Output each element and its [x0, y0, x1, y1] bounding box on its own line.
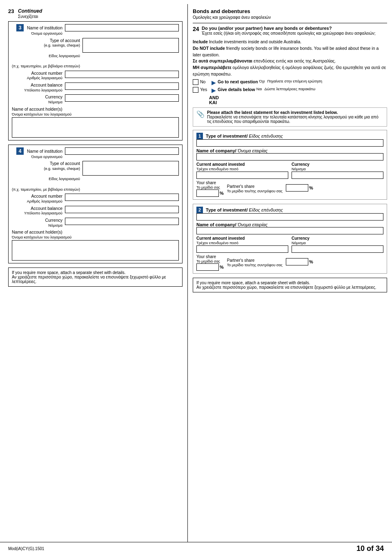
inst4-acctnum-gr: Αριθμός λογαριασμού: [12, 199, 62, 204]
inst4-currency-en: Currency: [45, 218, 62, 223]
inst4-acctnum-row: Account number Αριθμός λογαριασμού: [12, 194, 179, 204]
invest1-yourshare-input[interactable]: [196, 189, 219, 197]
left-more-space-box: If you require more space, attach a sepa…: [8, 267, 183, 287]
invest2-share-row: Your share Το μερίδιό σας % Partner's sh…: [196, 254, 383, 271]
invest2-partnershare-input[interactable]: [286, 258, 308, 265]
inst4-name-gr: Όνομα οργανισμού: [12, 155, 62, 160]
invest2-yourshare-label: Your share Το μερίδιό σας: [196, 254, 224, 263]
yes-checkbox[interactable]: [193, 87, 198, 93]
inst3-holder-gr: Όνομα κατόχου/ων του λογαριασμού: [12, 112, 71, 116]
invest1-company-input[interactable]: [196, 153, 383, 160]
invest1-amount-input[interactable]: [196, 172, 288, 179]
invest2-currency-label: Currency Νόμισμα: [292, 236, 383, 245]
include3: Σε αυτά συμπεριλαμβάνονται επενδύσεις εν…: [193, 58, 387, 65]
left-column: 23 Continued Συνεχίζεται 3 Name of insti…: [0, 4, 188, 542]
inst3-type-input[interactable]: [82, 38, 179, 53]
inst4-holder-input[interactable]: [12, 240, 179, 261]
inst4-name-input[interactable]: [65, 147, 179, 155]
q24-text-en: Do you (and/or your partner) have any bo…: [202, 26, 332, 31]
inst4-acctbal-input[interactable]: [65, 206, 179, 213]
inst3-holder-label: Name of account holder(s) Όνομα κατόχου/…: [12, 107, 179, 116]
invest2-amount-col: Current amount invested Τρέχον επενδυμέν…: [196, 236, 288, 253]
inst4-type-input[interactable]: [82, 161, 179, 176]
inst3-acctnum-en: Account number: [31, 71, 62, 76]
yes-give-gr: Δώστε λεπτομέρειες παρακάτω: [265, 87, 316, 91]
invest1-partnershare-label-block: Partner's share Το μερίδιο του/της συντρ…: [227, 184, 283, 193]
section-23-title-en: Continued: [18, 8, 42, 14]
inst4-acctnum-label: Account number Αριθμός λογαριασμού: [12, 194, 65, 204]
section-23-number: 23: [8, 8, 16, 14]
investment-2-section: 2 Type of investment/ Είδος επένδυσης Na…: [193, 204, 387, 274]
and-en: AND: [209, 95, 219, 100]
inst4-currency-input[interactable]: [65, 218, 179, 225]
invest1-company-label-en: Name of company/: [196, 148, 236, 153]
inst4-acctnum-en: Account number: [31, 194, 62, 198]
inst4-type-gr2: Είδος λογαριασμού: [12, 177, 80, 182]
right-more-space-en: If you require more space, attach a sepa…: [196, 281, 310, 285]
inst4-type-en: Type of account: [50, 161, 80, 166]
main-content: 23 Continued Συνεχίζεται 3 Name of insti…: [0, 0, 392, 542]
no-label-gr: Όχι: [259, 79, 265, 83]
inst3-acctnum-label: Account number Αριθμός λογαριασμού: [12, 71, 65, 81]
answer-yes-row: Yes ▶ Give details below Ναι Δώστε λεπτο…: [193, 87, 387, 94]
invest2-currency-input[interactable]: [292, 245, 383, 253]
invest1-amount-label: Current amount invested Τρέχον επενδυμέν…: [196, 162, 288, 171]
inst3-acctbal-input[interactable]: [65, 82, 179, 90]
inst3-name-row: 3 Name of institution Όνομα οργανισμού: [12, 24, 179, 36]
section-23-title-gr: Συνεχίζεται: [18, 14, 38, 19]
invest1-partnershare-input[interactable]: [286, 184, 308, 192]
invest2-amount-input[interactable]: [196, 245, 288, 253]
invest2-partnershare-input-wrap: %: [286, 258, 313, 265]
invest2-badge: 2: [196, 207, 203, 213]
invest2-type-input[interactable]: [196, 213, 383, 221]
note-text-en: Please attach the latest statement for e…: [207, 110, 338, 115]
invest2-amount-currency-row: Current amount invested Τρέχον επενδυμέν…: [196, 236, 383, 253]
investment-1-section: 1 Type of investment/ Είδος επένδυσης Na…: [193, 130, 387, 200]
inst3-type-gr1: (e.g. savings, cheque): [12, 43, 80, 48]
invest1-company-label-gr: Όνομα εταιρίας: [238, 148, 268, 153]
invest1-yourshare-block: Your share Το μερίδιό σας %: [196, 181, 224, 197]
inst4-currency-gr: Νόμισμα: [12, 223, 62, 228]
inst4-acctnum-input[interactable]: [65, 194, 179, 201]
left-more-space-gr: Αν χρειάζεστε περισσότερο χώρο, παρακαλε…: [12, 275, 166, 284]
footer-mod: Mod(iA)CY(G).1501: [8, 546, 44, 551]
invest2-company-label-gr: Όνομα εταιρίας: [238, 222, 268, 227]
invest2-yourshare-input[interactable]: [196, 263, 219, 271]
invest1-type-header: 1 Type of investment/ Είδος επένδυσης: [196, 133, 383, 139]
q24-text-block: Do you (and/or your partner) have any bo…: [202, 26, 376, 36]
invest1-amount-en: Current amount invested: [196, 162, 245, 167]
inst3-type-label: Type of account (e.g. savings, cheque) Ε…: [12, 38, 82, 69]
invest1-type-input[interactable]: [196, 139, 383, 147]
invest2-partnershare-row: Partner's share Το μερίδιο του/της συντρ…: [227, 258, 383, 267]
include3-bold: Σε αυτά συμπεριλαμβάνονται: [193, 58, 252, 63]
no-label-en: No: [200, 79, 210, 84]
inst3-holder-input[interactable]: [12, 117, 179, 138]
section-23-header: 23 Continued Συνεχίζεται: [8, 8, 183, 19]
invest1-currency-input[interactable]: [292, 172, 383, 179]
invest1-currency-gr: Νόμισμα: [292, 167, 306, 171]
right-more-space-box: If you require more space, attach a sepa…: [193, 278, 387, 292]
section-23-title: Continued Συνεχίζεται: [18, 8, 42, 19]
inst3-currency-input[interactable]: [65, 94, 179, 102]
q24-number: 24: [193, 26, 202, 32]
inst3-type-gr2: Είδος λογαριασμού: [12, 54, 80, 59]
inst4-holder-label: Name of account holder(s) Όνομα κατόχου/…: [12, 230, 179, 239]
invest1-partnershare-block: Partner's share Το μερίδιο του/της συντρ…: [227, 184, 383, 193]
invest1-amount-currency-row: Current amount invested Τρέχον επενδυμέν…: [196, 162, 383, 179]
invest2-company-input[interactable]: [196, 227, 383, 234]
inst3-name-input[interactable]: [65, 24, 179, 31]
inst4-badge: 4: [16, 147, 24, 155]
invest2-yourshare-block: Your share Το μερίδιό σας %: [196, 254, 224, 271]
inst4-currency-label: Currency Νόμισμα: [12, 218, 65, 228]
bonds-header-en: Bonds and debentures: [193, 8, 387, 14]
no-checkbox[interactable]: [193, 79, 198, 85]
inst3-currency-label: Currency Νόμισμα: [12, 94, 65, 105]
inst3-acctnum-gr: Αριθμός λογαριασμού: [12, 76, 62, 81]
inst3-currency-row: Currency Νόμισμα: [12, 94, 179, 105]
invest2-amount-label: Current amount invested Τρέχον επενδυμέν…: [196, 236, 288, 245]
invest1-type-label-gr: Είδος επένδυσης: [249, 134, 283, 138]
invest2-currency-gr: Νόμισμα: [292, 241, 306, 245]
include1: Include Include investments inside and o…: [193, 39, 387, 45]
inst3-acctnum-input[interactable]: [65, 71, 179, 78]
invest1-yourshare-label: Your share Το μερίδιό σας: [196, 181, 224, 189]
